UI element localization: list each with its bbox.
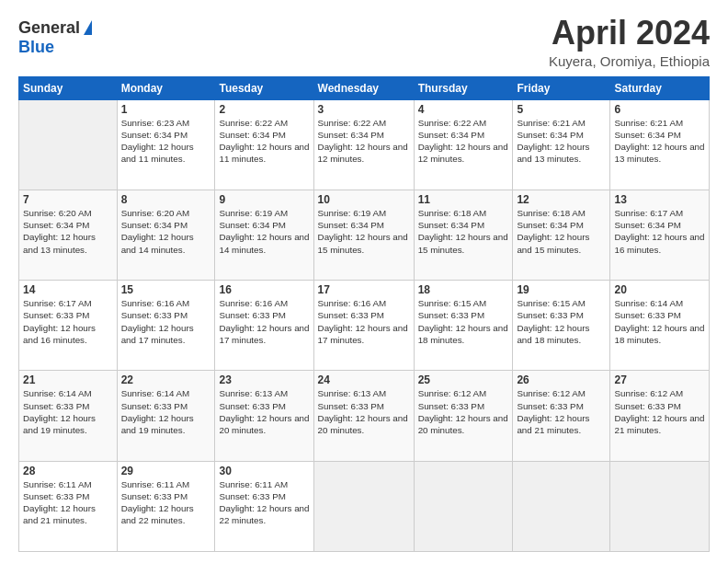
day-cell: 26 Sunrise: 6:12 AMSunset: 6:33 PMDaylig…	[513, 371, 610, 461]
day-info: Sunrise: 6:15 AMSunset: 6:33 PMDaylight:…	[418, 297, 509, 346]
header-wednesday: Wednesday	[313, 76, 414, 99]
day-info: Sunrise: 6:14 AMSunset: 6:33 PMDaylight:…	[23, 387, 113, 436]
day-number: 19	[517, 283, 606, 296]
logo-triangle-icon	[84, 20, 92, 35]
header: General Blue April 2024 Kuyera, Oromiya,…	[18, 15, 710, 69]
day-cell: 24 Sunrise: 6:13 AMSunset: 6:33 PMDaylig…	[313, 371, 414, 461]
logo-blue-text: Blue	[18, 38, 54, 57]
day-number: 5	[517, 103, 606, 116]
day-number: 25	[418, 373, 509, 386]
day-info: Sunrise: 6:17 AMSunset: 6:33 PMDaylight:…	[23, 297, 113, 346]
day-cell: 16 Sunrise: 6:16 AMSunset: 6:33 PMDaylig…	[215, 281, 313, 371]
day-cell: 1 Sunrise: 6:23 AMSunset: 6:34 PMDayligh…	[117, 99, 215, 190]
day-cell: 29 Sunrise: 6:11 AMSunset: 6:33 PMDaylig…	[117, 461, 215, 551]
day-cell: 8 Sunrise: 6:20 AMSunset: 6:34 PMDayligh…	[117, 190, 215, 280]
day-info: Sunrise: 6:17 AMSunset: 6:34 PMDaylight:…	[614, 207, 705, 256]
day-info: Sunrise: 6:22 AMSunset: 6:34 PMDaylight:…	[418, 117, 509, 166]
day-number: 11	[418, 193, 509, 206]
day-info: Sunrise: 6:20 AMSunset: 6:34 PMDaylight:…	[23, 207, 113, 256]
day-cell: 22 Sunrise: 6:14 AMSunset: 6:33 PMDaylig…	[117, 371, 215, 461]
day-number: 4	[418, 103, 509, 116]
day-number: 15	[121, 283, 211, 296]
page: General Blue April 2024 Kuyera, Oromiya,…	[0, 0, 728, 563]
day-info: Sunrise: 6:12 AMSunset: 6:33 PMDaylight:…	[517, 387, 606, 436]
day-info: Sunrise: 6:14 AMSunset: 6:33 PMDaylight:…	[121, 387, 211, 436]
day-number: 9	[219, 193, 309, 206]
header-sunday: Sunday	[19, 76, 118, 99]
day-cell: 2 Sunrise: 6:22 AMSunset: 6:34 PMDayligh…	[215, 99, 313, 190]
day-cell: 14 Sunrise: 6:17 AMSunset: 6:33 PMDaylig…	[19, 281, 118, 371]
day-info: Sunrise: 6:21 AMSunset: 6:34 PMDaylight:…	[614, 117, 705, 166]
day-info: Sunrise: 6:11 AMSunset: 6:33 PMDaylight:…	[219, 478, 309, 527]
day-cell	[610, 461, 710, 551]
day-number: 30	[219, 465, 309, 477]
day-number: 24	[318, 373, 410, 386]
calendar-title: April 2024	[549, 15, 710, 52]
day-number: 16	[219, 283, 309, 296]
day-info: Sunrise: 6:19 AMSunset: 6:34 PMDaylight:…	[219, 207, 309, 256]
week-row-3: 14 Sunrise: 6:17 AMSunset: 6:33 PMDaylig…	[19, 281, 710, 371]
day-cell: 15 Sunrise: 6:16 AMSunset: 6:33 PMDaylig…	[117, 281, 215, 371]
day-cell	[513, 461, 610, 551]
day-cell: 20 Sunrise: 6:14 AMSunset: 6:33 PMDaylig…	[610, 281, 710, 371]
day-info: Sunrise: 6:22 AMSunset: 6:34 PMDaylight:…	[318, 117, 410, 166]
day-cell: 21 Sunrise: 6:14 AMSunset: 6:33 PMDaylig…	[19, 371, 118, 461]
logo-general-text: General	[18, 18, 80, 38]
day-number: 13	[614, 193, 705, 206]
logo: General Blue	[18, 15, 92, 57]
day-info: Sunrise: 6:21 AMSunset: 6:34 PMDaylight:…	[517, 117, 606, 166]
day-number: 18	[418, 283, 509, 296]
header-thursday: Thursday	[414, 76, 513, 99]
day-info: Sunrise: 6:13 AMSunset: 6:33 PMDaylight:…	[219, 387, 309, 436]
day-info: Sunrise: 6:16 AMSunset: 6:33 PMDaylight:…	[318, 297, 410, 346]
day-cell: 12 Sunrise: 6:18 AMSunset: 6:34 PMDaylig…	[513, 190, 610, 280]
day-info: Sunrise: 6:20 AMSunset: 6:34 PMDaylight:…	[121, 207, 211, 256]
day-number: 10	[318, 193, 410, 206]
day-cell	[19, 99, 118, 190]
day-cell	[313, 461, 414, 551]
day-cell: 13 Sunrise: 6:17 AMSunset: 6:34 PMDaylig…	[610, 190, 710, 280]
day-cell: 10 Sunrise: 6:19 AMSunset: 6:34 PMDaylig…	[313, 190, 414, 280]
day-number: 23	[219, 373, 309, 386]
day-info: Sunrise: 6:16 AMSunset: 6:33 PMDaylight:…	[219, 297, 309, 346]
day-info: Sunrise: 6:15 AMSunset: 6:33 PMDaylight:…	[517, 297, 606, 346]
day-number: 14	[23, 283, 113, 296]
day-cell: 27 Sunrise: 6:12 AMSunset: 6:33 PMDaylig…	[610, 371, 710, 461]
day-number: 17	[318, 283, 410, 296]
week-row-4: 21 Sunrise: 6:14 AMSunset: 6:33 PMDaylig…	[19, 371, 710, 461]
day-cell: 5 Sunrise: 6:21 AMSunset: 6:34 PMDayligh…	[513, 99, 610, 190]
day-info: Sunrise: 6:23 AMSunset: 6:34 PMDaylight:…	[121, 117, 211, 166]
day-cell: 23 Sunrise: 6:13 AMSunset: 6:33 PMDaylig…	[215, 371, 313, 461]
day-info: Sunrise: 6:16 AMSunset: 6:33 PMDaylight:…	[121, 297, 211, 346]
day-info: Sunrise: 6:19 AMSunset: 6:34 PMDaylight:…	[318, 207, 410, 256]
day-info: Sunrise: 6:18 AMSunset: 6:34 PMDaylight:…	[418, 207, 509, 256]
day-number: 22	[121, 373, 211, 386]
calendar-subtitle: Kuyera, Oromiya, Ethiopia	[549, 53, 710, 69]
day-number: 3	[318, 103, 410, 116]
day-info: Sunrise: 6:12 AMSunset: 6:33 PMDaylight:…	[418, 387, 509, 436]
day-cell: 6 Sunrise: 6:21 AMSunset: 6:34 PMDayligh…	[610, 99, 710, 190]
day-number: 28	[23, 465, 113, 477]
day-cell: 30 Sunrise: 6:11 AMSunset: 6:33 PMDaylig…	[215, 461, 313, 551]
day-info: Sunrise: 6:14 AMSunset: 6:33 PMDaylight:…	[614, 297, 705, 346]
day-info: Sunrise: 6:12 AMSunset: 6:33 PMDaylight:…	[614, 387, 705, 436]
day-number: 26	[517, 373, 606, 386]
week-row-5: 28 Sunrise: 6:11 AMSunset: 6:33 PMDaylig…	[19, 461, 710, 551]
day-info: Sunrise: 6:11 AMSunset: 6:33 PMDaylight:…	[23, 478, 113, 527]
day-number: 20	[614, 283, 705, 296]
day-cell: 3 Sunrise: 6:22 AMSunset: 6:34 PMDayligh…	[313, 99, 414, 190]
day-number: 27	[614, 373, 705, 386]
day-number: 8	[121, 193, 211, 206]
day-cell: 11 Sunrise: 6:18 AMSunset: 6:34 PMDaylig…	[414, 190, 513, 280]
day-number: 21	[23, 373, 113, 386]
header-friday: Friday	[513, 76, 610, 99]
day-cell: 17 Sunrise: 6:16 AMSunset: 6:33 PMDaylig…	[313, 281, 414, 371]
day-number: 2	[219, 103, 309, 116]
day-number: 6	[614, 103, 705, 116]
day-cell: 28 Sunrise: 6:11 AMSunset: 6:33 PMDaylig…	[19, 461, 118, 551]
day-cell: 9 Sunrise: 6:19 AMSunset: 6:34 PMDayligh…	[215, 190, 313, 280]
day-cell: 19 Sunrise: 6:15 AMSunset: 6:33 PMDaylig…	[513, 281, 610, 371]
day-cell	[414, 461, 513, 551]
day-info: Sunrise: 6:18 AMSunset: 6:34 PMDaylight:…	[517, 207, 606, 256]
week-row-1: 1 Sunrise: 6:23 AMSunset: 6:34 PMDayligh…	[19, 99, 710, 190]
